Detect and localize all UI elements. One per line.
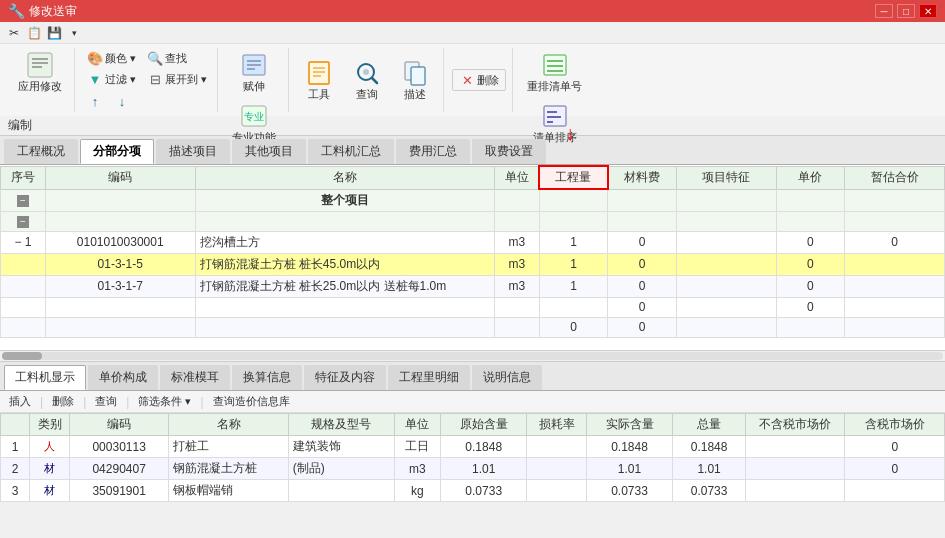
edit-bar: 编制 bbox=[0, 116, 945, 136]
cut-icon[interactable]: ✂ bbox=[6, 25, 22, 41]
tab-fenbu-fenxiang[interactable]: 分部分项 bbox=[80, 139, 154, 164]
cell-mat: 0 bbox=[608, 297, 677, 317]
expand-icon: ⊟ bbox=[147, 72, 163, 88]
reorder-icon bbox=[541, 51, 569, 79]
cell-code: 04290407 bbox=[69, 458, 168, 480]
filter-label: 过滤 ▾ bbox=[105, 72, 136, 87]
table-row[interactable]: 01-3-1-5 打钢筋混凝土方桩 桩长45.0m以内 m3 1 0 0 bbox=[1, 253, 945, 275]
copy-icon[interactable]: 📋 bbox=[26, 25, 42, 41]
cell-feat bbox=[676, 231, 776, 253]
dropdown-icon[interactable]: ▾ bbox=[66, 25, 82, 41]
table-row[interactable]: − 1 0101010030001 挖沟槽土方 m3 1 0 0 0 bbox=[1, 231, 945, 253]
main-table-area: 序号 编码 名称 单位 工程量 材料费 项目特征 单价 暂估合价 − 整个项目 bbox=[0, 165, 945, 350]
title-bar: 🔧 修改送审 ─ □ ✕ bbox=[0, 0, 945, 22]
restore-button[interactable]: □ bbox=[897, 4, 915, 18]
table-row[interactable]: 0 0 bbox=[1, 297, 945, 317]
filter-button[interactable]: ▼ 过滤 ▾ bbox=[83, 71, 140, 89]
bottom-tab-huansuan[interactable]: 换算信息 bbox=[232, 365, 302, 390]
type-badge: 材 bbox=[41, 483, 58, 498]
cell-seq: − bbox=[1, 211, 46, 231]
bottom-tab-danjia[interactable]: 单价构成 bbox=[88, 365, 158, 390]
minimize-button[interactable]: ─ bbox=[875, 4, 893, 18]
svg-text:专业: 专业 bbox=[244, 111, 264, 122]
tab-gongliaoji-huizong[interactable]: 工料机汇总 bbox=[308, 139, 394, 164]
collapse-btn[interactable]: − bbox=[17, 195, 29, 207]
chaxun-button[interactable]: 查询 bbox=[345, 56, 389, 105]
tab-gongcheng-gaikuang[interactable]: 工程概况 bbox=[4, 139, 78, 164]
miaoshu-button[interactable]: 描述 bbox=[393, 56, 437, 105]
ganwei-icon bbox=[240, 51, 268, 79]
cell-code: 35091901 bbox=[69, 480, 168, 502]
apply-change-button[interactable]: 应用修改 bbox=[12, 48, 68, 97]
delete-button[interactable]: ✕ 删除 bbox=[452, 69, 506, 91]
table-row[interactable]: 3 材 35091901 钢板帽端销 kg 0.0733 0.0733 0.07… bbox=[1, 480, 945, 502]
table-row[interactable]: − bbox=[1, 211, 945, 231]
tab-qufei-shezhi[interactable]: 取费设置 ↓ bbox=[472, 139, 546, 164]
bottom-tab-biaozhun[interactable]: 标准模耳 bbox=[160, 365, 230, 390]
expand-button[interactable]: ⊟ 展开到 ▾ bbox=[143, 71, 211, 89]
cell-total: 0 bbox=[845, 231, 945, 253]
cell-total bbox=[845, 275, 945, 297]
color-label: 颜色 ▾ bbox=[105, 51, 136, 66]
cell-total bbox=[845, 211, 945, 231]
table-row[interactable]: 0 0 bbox=[1, 317, 945, 337]
cell-unit: m3 bbox=[494, 253, 539, 275]
gongju-button[interactable]: 工具 bbox=[297, 56, 341, 105]
cell-price: 0 bbox=[776, 253, 845, 275]
query-button[interactable]: 查询 bbox=[92, 393, 120, 410]
main-tabs: 工程概况 分部分项 描述项目 其他项目 工料机汇总 费用汇总 取费设置 ↓ bbox=[0, 136, 945, 165]
up-button[interactable]: ↑ bbox=[83, 92, 107, 110]
bottom-tab-tezheng[interactable]: 特征及内容 bbox=[304, 365, 386, 390]
cell-orig: 0.1848 bbox=[441, 436, 527, 458]
cell-seq bbox=[1, 297, 46, 317]
tab-feiyong-huizong[interactable]: 费用汇总 bbox=[396, 139, 470, 164]
query-db-button[interactable]: 查询造价信息库 bbox=[210, 393, 293, 410]
cell-name bbox=[195, 317, 494, 337]
tab-qita-xiangmu[interactable]: 其他项目 bbox=[232, 139, 306, 164]
bottom-tab-gongchengli[interactable]: 工程里明细 bbox=[388, 365, 470, 390]
cell-name bbox=[195, 297, 494, 317]
cell-code bbox=[45, 189, 195, 211]
color-button[interactable]: 🎨 颜色 ▾ bbox=[83, 50, 140, 68]
tab-miaoshu-xiangmu[interactable]: 描述项目 bbox=[156, 139, 230, 164]
bottom-toolbar: 插入 | 删除 | 查询 | 筛选条件 ▾ | 查询造价信息库 bbox=[0, 391, 945, 413]
insert-button[interactable]: 插入 bbox=[6, 393, 34, 410]
save-icon[interactable]: 💾 bbox=[46, 25, 62, 41]
ganwei-button[interactable]: 赋伸 bbox=[232, 48, 276, 97]
filter-button[interactable]: 筛选条件 ▾ bbox=[135, 393, 194, 410]
cell-loss bbox=[527, 436, 587, 458]
cell-price: 0 bbox=[776, 297, 845, 317]
delete-row-button[interactable]: 删除 bbox=[49, 393, 77, 410]
down-button[interactable]: ↓ bbox=[110, 92, 134, 110]
collapse-btn[interactable]: − bbox=[17, 216, 29, 228]
cell-seq bbox=[1, 275, 46, 297]
horizontal-scrollbar[interactable] bbox=[0, 350, 945, 362]
svg-rect-0 bbox=[28, 53, 52, 77]
delete-label: 删除 bbox=[477, 73, 499, 88]
ribbon-group-tools1: 赋伸 专业 专业功能 bbox=[220, 48, 289, 112]
cell-total: 1.01 bbox=[673, 458, 746, 480]
search-button[interactable]: 🔍 查找 bbox=[143, 50, 191, 68]
cell-price bbox=[776, 317, 845, 337]
cell-price-in: 0 bbox=[845, 458, 945, 480]
cell-spec: (制品) bbox=[288, 458, 394, 480]
ribbon: 应用修改 🎨 颜色 ▾ 🔍 查找 ▼ bbox=[0, 44, 945, 116]
cell-seq: 3 bbox=[1, 480, 30, 502]
table-row[interactable]: 01-3-1-7 打钢筋混凝土方桩 桩长25.0m以内 送桩每1.0m m3 1… bbox=[1, 275, 945, 297]
reorder-button[interactable]: 重排清单号 bbox=[521, 48, 588, 97]
cell-qty bbox=[539, 297, 608, 317]
bottom-tab-gongliaoji[interactable]: 工料机显示 bbox=[4, 365, 86, 390]
bottom-tab-shuoming[interactable]: 说明信息 bbox=[472, 365, 542, 390]
close-button[interactable]: ✕ bbox=[919, 4, 937, 18]
cell-name: 挖沟槽土方 bbox=[195, 231, 494, 253]
col-header-seq: 序号 bbox=[1, 166, 46, 189]
scroll-thumb[interactable] bbox=[2, 352, 42, 360]
cell-mat bbox=[608, 189, 677, 211]
cell-seq: − 1 bbox=[1, 231, 46, 253]
cell-code bbox=[45, 211, 195, 231]
table-row[interactable]: 2 材 04290407 钢筋混凝土方桩 (制品) m3 1.01 1.01 1… bbox=[1, 458, 945, 480]
table-row[interactable]: 1 人 00030113 打桩工 建筑装饰 工日 0.1848 0.1848 0… bbox=[1, 436, 945, 458]
gongju-label: 工具 bbox=[308, 87, 330, 102]
cell-name: 打钢筋混凝土方桩 桩长45.0m以内 bbox=[195, 253, 494, 275]
table-row[interactable]: − 整个项目 bbox=[1, 189, 945, 211]
